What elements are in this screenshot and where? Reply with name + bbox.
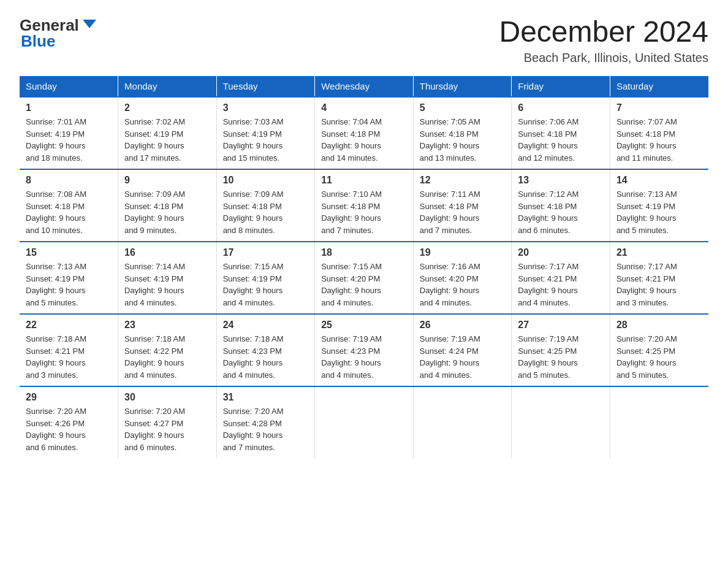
day-number: 28 bbox=[616, 320, 702, 331]
calendar-cell: 31 Sunrise: 7:20 AM Sunset: 4:28 PM Dayl… bbox=[216, 386, 315, 458]
day-number: 31 bbox=[223, 392, 309, 403]
calendar-cell: 8 Sunrise: 7:08 AM Sunset: 4:18 PM Dayli… bbox=[20, 169, 118, 242]
calendar-table: SundayMondayTuesdayWednesdayThursdayFrid… bbox=[20, 76, 708, 458]
day-info: Sunrise: 7:14 AM Sunset: 4:19 PM Dayligh… bbox=[124, 261, 210, 308]
day-number: 18 bbox=[321, 247, 407, 258]
day-info: Sunrise: 7:09 AM Sunset: 4:18 PM Dayligh… bbox=[223, 188, 309, 236]
day-number: 4 bbox=[321, 102, 407, 113]
logo-arrow-icon bbox=[80, 15, 99, 33]
day-info: Sunrise: 7:19 AM Sunset: 4:25 PM Dayligh… bbox=[518, 333, 604, 381]
day-info: Sunrise: 7:20 AM Sunset: 4:25 PM Dayligh… bbox=[616, 333, 702, 381]
day-number: 7 bbox=[616, 102, 702, 113]
day-number: 10 bbox=[223, 175, 309, 186]
logo: General Blue bbox=[20, 15, 99, 51]
calendar-week-3: 15 Sunrise: 7:13 AM Sunset: 4:19 PM Dayl… bbox=[20, 242, 708, 314]
day-info: Sunrise: 7:17 AM Sunset: 4:21 PM Dayligh… bbox=[518, 261, 604, 308]
day-info: Sunrise: 7:02 AM Sunset: 4:19 PM Dayligh… bbox=[124, 116, 210, 164]
day-info: Sunrise: 7:18 AM Sunset: 4:21 PM Dayligh… bbox=[26, 333, 112, 381]
weekday-header-friday: Friday bbox=[512, 76, 610, 97]
day-info: Sunrise: 7:17 AM Sunset: 4:21 PM Dayligh… bbox=[616, 261, 702, 308]
calendar-cell: 28 Sunrise: 7:20 AM Sunset: 4:25 PM Dayl… bbox=[610, 314, 708, 386]
day-number: 27 bbox=[518, 320, 604, 331]
calendar-cell: 18 Sunrise: 7:15 AM Sunset: 4:20 PM Dayl… bbox=[315, 242, 414, 314]
svg-marker-0 bbox=[83, 20, 96, 28]
day-number: 1 bbox=[26, 102, 112, 113]
day-number: 5 bbox=[420, 102, 506, 113]
day-number: 3 bbox=[223, 102, 309, 113]
day-number: 9 bbox=[124, 175, 210, 186]
day-number: 13 bbox=[518, 175, 604, 186]
calendar-cell: 13 Sunrise: 7:12 AM Sunset: 4:18 PM Dayl… bbox=[512, 169, 610, 242]
calendar-cell: 24 Sunrise: 7:18 AM Sunset: 4:23 PM Dayl… bbox=[216, 314, 315, 386]
calendar-cell: 25 Sunrise: 7:19 AM Sunset: 4:23 PM Dayl… bbox=[315, 314, 414, 386]
day-info: Sunrise: 7:12 AM Sunset: 4:18 PM Dayligh… bbox=[518, 188, 604, 236]
day-number: 22 bbox=[26, 320, 112, 331]
weekday-header-tuesday: Tuesday bbox=[216, 76, 315, 97]
weekday-header-sunday: Sunday bbox=[20, 76, 118, 97]
day-number: 29 bbox=[26, 392, 112, 403]
day-number: 16 bbox=[124, 247, 210, 258]
calendar-cell: 9 Sunrise: 7:09 AM Sunset: 4:18 PM Dayli… bbox=[118, 169, 217, 242]
calendar-cell: 7 Sunrise: 7:07 AM Sunset: 4:18 PM Dayli… bbox=[610, 97, 708, 169]
calendar-cell: 3 Sunrise: 7:03 AM Sunset: 4:19 PM Dayli… bbox=[216, 97, 315, 169]
calendar-cell: 22 Sunrise: 7:18 AM Sunset: 4:21 PM Dayl… bbox=[20, 314, 118, 386]
calendar-week-1: 1 Sunrise: 7:01 AM Sunset: 4:19 PM Dayli… bbox=[20, 97, 708, 169]
day-number: 17 bbox=[223, 247, 309, 258]
calendar-cell bbox=[610, 386, 708, 458]
day-info: Sunrise: 7:18 AM Sunset: 4:22 PM Dayligh… bbox=[124, 333, 210, 381]
day-number: 25 bbox=[321, 320, 407, 331]
day-info: Sunrise: 7:13 AM Sunset: 4:19 PM Dayligh… bbox=[26, 261, 112, 308]
calendar-cell: 14 Sunrise: 7:13 AM Sunset: 4:19 PM Dayl… bbox=[610, 169, 708, 242]
weekday-header-saturday: Saturday bbox=[610, 76, 708, 97]
day-info: Sunrise: 7:20 AM Sunset: 4:26 PM Dayligh… bbox=[26, 405, 112, 453]
calendar-cell: 4 Sunrise: 7:04 AM Sunset: 4:18 PM Dayli… bbox=[315, 97, 414, 169]
calendar-cell: 26 Sunrise: 7:19 AM Sunset: 4:24 PM Dayl… bbox=[413, 314, 512, 386]
calendar-week-5: 29 Sunrise: 7:20 AM Sunset: 4:26 PM Dayl… bbox=[20, 386, 708, 458]
day-number: 19 bbox=[420, 247, 506, 258]
calendar-cell: 27 Sunrise: 7:19 AM Sunset: 4:25 PM Dayl… bbox=[512, 314, 610, 386]
day-number: 14 bbox=[616, 175, 702, 186]
day-info: Sunrise: 7:09 AM Sunset: 4:18 PM Dayligh… bbox=[124, 188, 210, 236]
day-number: 21 bbox=[616, 247, 702, 258]
calendar-cell bbox=[512, 386, 610, 458]
calendar-cell: 16 Sunrise: 7:14 AM Sunset: 4:19 PM Dayl… bbox=[118, 242, 217, 314]
day-info: Sunrise: 7:16 AM Sunset: 4:20 PM Dayligh… bbox=[420, 261, 506, 308]
day-info: Sunrise: 7:19 AM Sunset: 4:24 PM Dayligh… bbox=[420, 333, 506, 381]
day-info: Sunrise: 7:07 AM Sunset: 4:18 PM Dayligh… bbox=[616, 116, 702, 164]
day-info: Sunrise: 7:04 AM Sunset: 4:18 PM Dayligh… bbox=[321, 116, 407, 164]
day-info: Sunrise: 7:03 AM Sunset: 4:19 PM Dayligh… bbox=[223, 116, 309, 164]
day-number: 30 bbox=[124, 392, 210, 403]
calendar-week-2: 8 Sunrise: 7:08 AM Sunset: 4:18 PM Dayli… bbox=[20, 169, 708, 242]
calendar-cell bbox=[315, 386, 414, 458]
month-title: December 2024 bbox=[499, 15, 708, 48]
day-info: Sunrise: 7:05 AM Sunset: 4:18 PM Dayligh… bbox=[420, 116, 506, 164]
calendar-cell: 2 Sunrise: 7:02 AM Sunset: 4:19 PM Dayli… bbox=[118, 97, 217, 169]
calendar-cell: 15 Sunrise: 7:13 AM Sunset: 4:19 PM Dayl… bbox=[20, 242, 118, 314]
calendar-cell: 30 Sunrise: 7:20 AM Sunset: 4:27 PM Dayl… bbox=[118, 386, 217, 458]
logo-blue-text: Blue bbox=[21, 32, 55, 51]
day-info: Sunrise: 7:10 AM Sunset: 4:18 PM Dayligh… bbox=[321, 188, 407, 236]
day-number: 24 bbox=[223, 320, 309, 331]
calendar-week-4: 22 Sunrise: 7:18 AM Sunset: 4:21 PM Dayl… bbox=[20, 314, 708, 386]
day-number: 6 bbox=[518, 102, 604, 113]
day-info: Sunrise: 7:20 AM Sunset: 4:27 PM Dayligh… bbox=[124, 405, 210, 453]
calendar-cell: 5 Sunrise: 7:05 AM Sunset: 4:18 PM Dayli… bbox=[413, 97, 512, 169]
day-info: Sunrise: 7:19 AM Sunset: 4:23 PM Dayligh… bbox=[321, 333, 407, 381]
day-number: 8 bbox=[26, 175, 112, 186]
calendar-cell: 19 Sunrise: 7:16 AM Sunset: 4:20 PM Dayl… bbox=[413, 242, 512, 314]
day-info: Sunrise: 7:18 AM Sunset: 4:23 PM Dayligh… bbox=[223, 333, 309, 381]
weekday-header-wednesday: Wednesday bbox=[315, 76, 414, 97]
day-info: Sunrise: 7:08 AM Sunset: 4:18 PM Dayligh… bbox=[26, 188, 112, 236]
calendar-cell: 17 Sunrise: 7:15 AM Sunset: 4:19 PM Dayl… bbox=[216, 242, 315, 314]
day-info: Sunrise: 7:01 AM Sunset: 4:19 PM Dayligh… bbox=[26, 116, 112, 164]
day-number: 15 bbox=[26, 247, 112, 258]
day-number: 23 bbox=[124, 320, 210, 331]
day-info: Sunrise: 7:06 AM Sunset: 4:18 PM Dayligh… bbox=[518, 116, 604, 164]
day-info: Sunrise: 7:13 AM Sunset: 4:19 PM Dayligh… bbox=[616, 188, 702, 236]
calendar-cell: 23 Sunrise: 7:18 AM Sunset: 4:22 PM Dayl… bbox=[118, 314, 217, 386]
day-info: Sunrise: 7:15 AM Sunset: 4:20 PM Dayligh… bbox=[321, 261, 407, 308]
day-number: 12 bbox=[420, 175, 506, 186]
weekday-header-row: SundayMondayTuesdayWednesdayThursdayFrid… bbox=[20, 76, 708, 97]
calendar-cell: 29 Sunrise: 7:20 AM Sunset: 4:26 PM Dayl… bbox=[20, 386, 118, 458]
day-number: 11 bbox=[321, 175, 407, 186]
